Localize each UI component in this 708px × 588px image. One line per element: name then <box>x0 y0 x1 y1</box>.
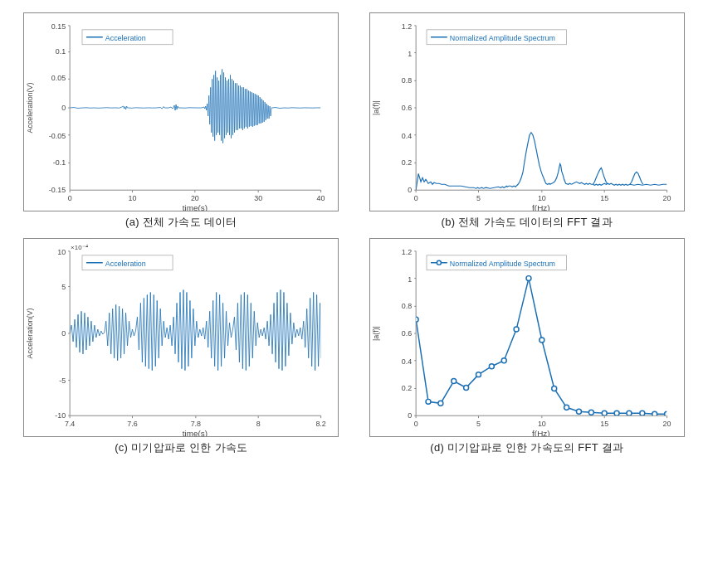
svg-text:0.2: 0.2 <box>402 384 412 392</box>
svg-text:5: 5 <box>476 420 481 428</box>
svg-point-123 <box>438 401 443 406</box>
svg-text:Normalized Amplitude Spectrum: Normalized Amplitude Spectrum <box>450 260 555 268</box>
svg-text:|a(f)|: |a(f)| <box>372 326 380 341</box>
svg-text:0: 0 <box>408 186 412 194</box>
svg-text:Acceleration(V): Acceleration(V) <box>27 83 35 134</box>
svg-text:20: 20 <box>662 420 671 428</box>
svg-text:30: 30 <box>255 194 263 202</box>
chart-label-top-left: (a) 전체 가속도 데이터 <box>125 215 237 230</box>
svg-text:0.2: 0.2 <box>402 158 412 167</box>
chart-container-bottom-left: 10 5 0 -5 -10 ×10⁻⁴ 7.4 7.6 7.8 <box>23 238 339 437</box>
svg-point-132 <box>552 386 557 391</box>
svg-point-121 <box>413 317 418 322</box>
svg-text:0: 0 <box>413 194 417 202</box>
svg-text:f(Hz): f(Hz) <box>532 203 549 211</box>
svg-text:0.8: 0.8 <box>402 302 412 310</box>
svg-text:10: 10 <box>538 194 546 202</box>
svg-text:0: 0 <box>61 329 66 338</box>
svg-text:10: 10 <box>129 194 137 202</box>
svg-text:-10: -10 <box>56 411 66 420</box>
svg-text:0.15: 0.15 <box>51 22 66 31</box>
svg-text:5: 5 <box>476 194 481 202</box>
svg-point-127 <box>489 364 494 369</box>
svg-text:-0.15: -0.15 <box>49 186 66 194</box>
chart-container-top-right: 1.2 1 0.8 0.6 0.4 0.2 0 0 5 10 <box>369 12 685 211</box>
svg-text:Acceleration(V): Acceleration(V) <box>27 309 35 359</box>
svg-point-122 <box>426 399 431 404</box>
chart-bottom-left: 10 5 0 -5 -10 ×10⁻⁴ 7.4 7.6 7.8 <box>8 234 354 459</box>
svg-point-139 <box>640 411 645 415</box>
svg-text:0.1: 0.1 <box>56 47 66 56</box>
svg-text:time(s): time(s) <box>183 203 208 211</box>
svg-point-136 <box>602 411 607 415</box>
svg-text:0: 0 <box>61 104 66 112</box>
svg-text:8.2: 8.2 <box>316 420 326 428</box>
svg-point-126 <box>476 372 481 377</box>
svg-text:10: 10 <box>57 248 66 256</box>
svg-text:1.2: 1.2 <box>402 22 412 31</box>
svg-point-124 <box>452 379 457 384</box>
svg-text:0.8: 0.8 <box>402 76 412 85</box>
svg-text:0.4: 0.4 <box>402 132 412 140</box>
svg-text:20: 20 <box>662 194 671 202</box>
main-grid: 0.15 0.1 0.05 0 -0.05 -0.1 -0.15 0 10 20 <box>8 8 700 459</box>
chart-bottom-right: 1.2 1 0.8 0.6 0.4 0.2 0 0 5 10 <box>354 234 701 459</box>
svg-text:40: 40 <box>317 194 325 202</box>
svg-text:7.4: 7.4 <box>65 420 75 428</box>
svg-point-129 <box>514 327 519 332</box>
svg-text:|a(f)|: |a(f)| <box>372 100 380 115</box>
svg-text:0.6: 0.6 <box>402 104 412 112</box>
svg-point-125 <box>463 386 468 391</box>
svg-point-130 <box>526 276 531 281</box>
svg-text:time(s): time(s) <box>183 429 208 436</box>
svg-text:-5: -5 <box>59 377 66 385</box>
svg-text:f(Hz): f(Hz) <box>532 429 549 436</box>
svg-text:×10⁻⁴: ×10⁻⁴ <box>71 244 87 251</box>
svg-text:5: 5 <box>61 283 66 291</box>
svg-text:20: 20 <box>191 194 199 202</box>
chart-label-bottom-left: (c) 미기압파로 인한 가속도 <box>115 440 247 455</box>
chart-container-top-left: 0.15 0.1 0.05 0 -0.05 -0.1 -0.15 0 10 20 <box>23 12 339 211</box>
svg-text:Normalized Amplitude Spectrum: Normalized Amplitude Spectrum <box>450 34 555 42</box>
svg-text:0.4: 0.4 <box>402 357 412 366</box>
chart-label-bottom-right: (d) 미기압파로 인한 가속도의 FFT 결과 <box>430 440 623 455</box>
svg-text:0: 0 <box>413 420 417 428</box>
svg-point-144 <box>437 260 441 265</box>
svg-point-138 <box>627 411 632 415</box>
svg-text:0.05: 0.05 <box>51 74 66 82</box>
chart-label-top-right: (b) 전체 가속도 데이터의 FFT 결과 <box>442 215 613 230</box>
svg-rect-92 <box>416 251 666 415</box>
svg-point-135 <box>588 410 593 415</box>
svg-text:Acceleration: Acceleration <box>105 34 146 42</box>
svg-text:7.6: 7.6 <box>128 420 138 428</box>
svg-text:15: 15 <box>600 420 608 428</box>
svg-text:8: 8 <box>256 420 261 428</box>
svg-point-137 <box>614 411 619 415</box>
chart-top-left: 0.15 0.1 0.05 0 -0.05 -0.1 -0.15 0 10 20 <box>8 8 354 234</box>
svg-rect-31 <box>416 26 666 190</box>
svg-text:15: 15 <box>600 194 608 202</box>
svg-text:10: 10 <box>538 420 546 428</box>
svg-text:1.2: 1.2 <box>402 248 412 256</box>
svg-text:1: 1 <box>408 275 412 284</box>
svg-point-131 <box>540 338 544 343</box>
chart-top-right: 1.2 1 0.8 0.6 0.4 0.2 0 0 5 10 <box>354 8 701 234</box>
svg-point-133 <box>564 405 569 410</box>
svg-point-128 <box>501 358 506 363</box>
svg-point-134 <box>576 409 581 414</box>
svg-text:0.6: 0.6 <box>402 329 412 338</box>
svg-text:Acceleration: Acceleration <box>105 260 146 268</box>
svg-text:1: 1 <box>408 50 412 58</box>
svg-text:-0.05: -0.05 <box>49 132 66 140</box>
svg-text:0: 0 <box>408 411 412 420</box>
svg-text:-0.1: -0.1 <box>53 158 66 167</box>
svg-text:0: 0 <box>68 194 72 202</box>
chart-container-bottom-right: 1.2 1 0.8 0.6 0.4 0.2 0 0 5 10 <box>369 238 685 437</box>
svg-text:7.8: 7.8 <box>191 420 201 428</box>
